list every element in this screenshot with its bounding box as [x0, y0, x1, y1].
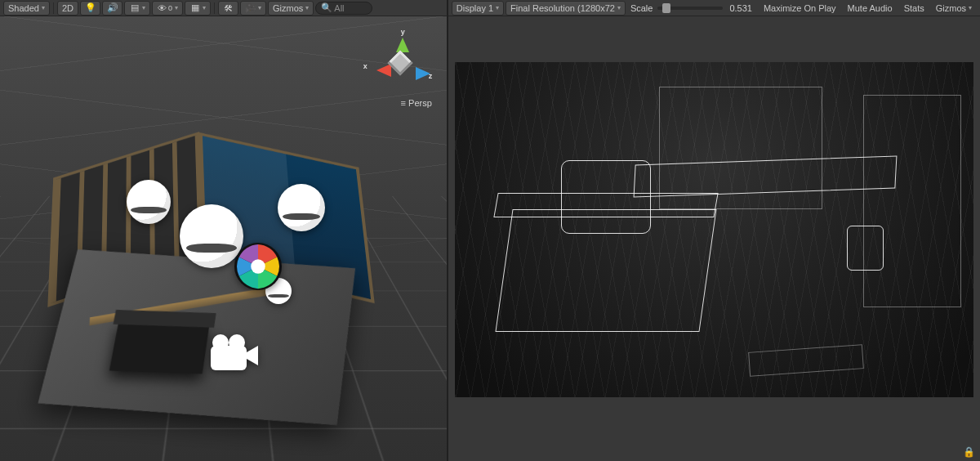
game-gizmos-dropdown[interactable]: Gizmos [931, 1, 977, 16]
toggle-2d-label: 2D [62, 3, 74, 13]
scene-viewport[interactable]: y x z ≡ Persp [0, 16, 447, 461]
render-circular-saw [561, 160, 651, 234]
scene-audio-toggle[interactable]: 🔊 [102, 1, 122, 16]
scene-toolbar: Shaded 2D 💡 🔊 ▤ 👁0 ▦ 🛠 🎥 Gizmos 🔍 All [0, 0, 447, 16]
scene-search-input[interactable]: 🔍 All [315, 2, 372, 15]
game-render-output [455, 62, 973, 397]
grid-icon: ▦ [189, 2, 200, 13]
scene-visibility-dropdown[interactable]: 👁0 [152, 1, 183, 16]
scale-value: 0.531 [729, 3, 752, 13]
stats-label: Stats [904, 3, 924, 13]
light-gizmo-icon[interactable] [278, 184, 325, 231]
scale-label: Scale [630, 3, 653, 13]
tools-button[interactable]: 🛠 [218, 1, 238, 16]
mute-audio-toggle[interactable]: Mute Audio [843, 1, 898, 16]
projection-mode: Persp [408, 98, 432, 108]
render-right-wall [863, 95, 961, 307]
camera-gizmo-icon[interactable] [204, 331, 261, 376]
grid-dropdown[interactable]: ▦ [185, 1, 211, 16]
eye-off-icon: 👁 [157, 2, 167, 13]
display-label: Display 1 [457, 3, 493, 13]
render-bucket [847, 226, 884, 271]
scene-view-pane: Shaded 2D 💡 🔊 ▤ 👁0 ▦ 🛠 🎥 Gizmos 🔍 All [0, 0, 448, 461]
scene-camera-dropdown[interactable]: 🎥 [240, 1, 266, 16]
resolution-dropdown[interactable]: Final Resolution (1280x72 [506, 1, 626, 16]
svg-point-4 [212, 334, 229, 351]
search-placeholder: All [334, 3, 344, 13]
render-floor-plank [748, 344, 864, 377]
stats-toggle[interactable]: Stats [899, 1, 929, 16]
maximize-on-play-toggle[interactable]: Maximize On Play [759, 1, 841, 16]
scene-effects-dropdown[interactable]: ▤ [124, 1, 150, 16]
separator [214, 2, 215, 14]
axis-z-label: z [429, 72, 433, 80]
wrench-icon: 🛠 [223, 2, 234, 13]
axis-x-cone[interactable] [370, 64, 391, 77]
scale-slider-thumb[interactable] [662, 3, 670, 13]
projection-prefix-icon: ≡ [401, 98, 406, 108]
gizmo-center-cube[interactable] [387, 50, 412, 75]
svg-rect-2 [211, 346, 247, 370]
svg-point-5 [229, 334, 245, 351]
gizmos-label: Gizmos [273, 3, 303, 13]
shading-mode-label: Shaded [8, 3, 39, 13]
scene-lighting-toggle[interactable]: 💡 [80, 1, 100, 16]
game-gizmos-label: Gizmos [936, 3, 966, 13]
light-gizmo-icon[interactable] [127, 180, 171, 224]
axis-y-label: y [401, 28, 405, 36]
search-icon: 🔍 [321, 2, 332, 13]
resolution-label: Final Resolution (1280x72 [510, 3, 615, 13]
scale-slider[interactable] [657, 7, 723, 10]
gizmos-dropdown[interactable]: Gizmos [268, 1, 314, 16]
svg-marker-3 [247, 346, 258, 365]
maximize-label: Maximize On Play [764, 3, 836, 13]
display-dropdown[interactable]: Display 1 [452, 1, 504, 16]
lock-icon[interactable]: 🔒 [963, 446, 975, 458]
perception-camera-icon[interactable] [233, 241, 283, 292]
toggle-2d-button[interactable]: 2D [57, 1, 78, 16]
axis-x-label: x [363, 62, 368, 70]
mute-label: Mute Audio [848, 3, 893, 13]
svg-point-1 [251, 259, 265, 273]
separator [53, 2, 54, 14]
orientation-gizmo[interactable]: y x z [363, 31, 437, 96]
projection-label[interactable]: ≡ Persp [401, 98, 432, 108]
game-view-pane: Display 1 Final Resolution (1280x72 Scal… [448, 0, 980, 461]
speaker-icon: 🔊 [107, 2, 118, 13]
game-viewport[interactable]: 🔒 [448, 16, 980, 461]
fx-stack-icon: ▤ [129, 2, 140, 13]
shading-mode-dropdown[interactable]: Shaded [3, 1, 50, 16]
work-bench [109, 321, 210, 374]
lightbulb-icon: 💡 [85, 2, 96, 13]
axis-z-cone[interactable] [416, 67, 437, 80]
game-toolbar: Display 1 Final Resolution (1280x72 Scal… [448, 0, 980, 16]
camera-icon: 🎥 [245, 2, 256, 13]
